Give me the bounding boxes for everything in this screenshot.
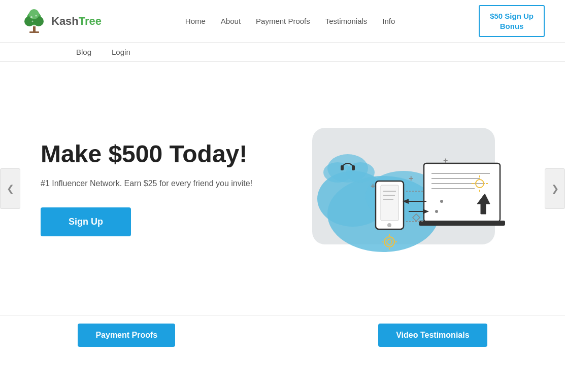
secondary-nav: Blog Login: [0, 43, 565, 62]
logo-text: KashTree: [51, 15, 102, 28]
carousel-left-arrow[interactable]: ❮: [0, 168, 20, 209]
hero-illustration: + + +: [252, 113, 524, 265]
svg-point-41: [435, 210, 438, 213]
svg-text:+: +: [409, 174, 413, 183]
svg-text:+: +: [443, 156, 448, 165]
svg-point-6: [30, 16, 32, 18]
hero-signup-button[interactable]: Sign Up: [41, 207, 131, 236]
nav-payment-proofs[interactable]: Payment Proofs: [256, 17, 310, 25]
logo[interactable]: KashTree: [20, 7, 102, 35]
header: KashTree Home About Payment Proofs Testi…: [0, 0, 565, 43]
hero-svg-illustration: + + +: [287, 113, 510, 265]
logo-icon: [20, 7, 48, 35]
svg-rect-52: [352, 165, 355, 170]
svg-rect-51: [341, 165, 344, 170]
carousel-right-arrow[interactable]: ❯: [545, 168, 565, 209]
bottom-bar: Payment Proofs Video Testimonials: [0, 315, 565, 354]
nav-home[interactable]: Home: [185, 17, 206, 25]
svg-point-7: [36, 15, 37, 17]
hero-section: ❮ Make $500 Today! #1 Influencer Network…: [0, 62, 565, 315]
primary-nav: Home About Payment Proofs Testimonials I…: [185, 17, 395, 25]
svg-rect-14: [419, 221, 505, 226]
nav-about[interactable]: About: [221, 17, 241, 25]
nav-info[interactable]: Info: [382, 17, 395, 25]
nav-blog[interactable]: Blog: [76, 48, 91, 56]
payment-proofs-button[interactable]: Payment Proofs: [78, 324, 175, 347]
svg-text:+: +: [371, 182, 375, 190]
svg-rect-25: [381, 185, 398, 221]
svg-point-40: [440, 200, 443, 203]
hero-title: Make $500 Today!: [41, 141, 252, 168]
hero-content: Make $500 Today! #1 Influencer Network. …: [41, 141, 252, 237]
nav-login[interactable]: Login: [112, 48, 130, 56]
svg-rect-1: [29, 31, 39, 33]
hero-subtitle: #1 Influencer Network. Earn $25 for ever…: [41, 177, 252, 190]
svg-point-26: [387, 223, 391, 227]
cta-signup-button[interactable]: $50 Sign UpBonus: [479, 5, 545, 37]
video-testimonials-button[interactable]: Video Testimonials: [378, 324, 487, 347]
svg-point-50: [346, 162, 375, 183]
svg-point-8: [32, 21, 34, 22]
svg-point-5: [29, 9, 39, 19]
nav-testimonials[interactable]: Testimonials: [325, 17, 368, 25]
svg-rect-13: [424, 163, 500, 222]
